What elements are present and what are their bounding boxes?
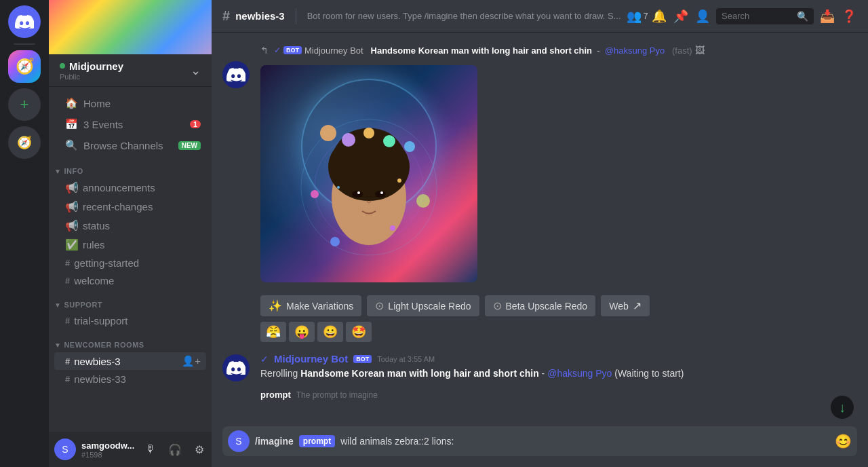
svg-point-17	[337, 186, 340, 189]
make-variations-button[interactable]: ✨ Make Variations	[260, 295, 361, 316]
user-info: samgoodw... #1598	[81, 441, 134, 459]
message-timestamp-2: Today at 3:55 AM	[377, 355, 435, 363]
web-external-icon: ↗	[633, 299, 642, 312]
prev-message-image-icon[interactable]: 🖼	[695, 45, 705, 56]
inbox-button[interactable]: 📥	[819, 8, 835, 24]
message-group-2: ✓ Midjourney Bot BOT Today at 3:55 AM Re…	[212, 350, 868, 384]
user-tag: #1598	[81, 451, 134, 459]
channel-welcome[interactable]: # welcome	[54, 272, 206, 289]
svg-point-11	[383, 135, 395, 147]
svg-point-18	[390, 225, 395, 231]
server-header[interactable]: Midjourney Public ⌄	[49, 54, 212, 87]
home-icon: 🏠	[65, 97, 78, 109]
server-status-dot	[60, 63, 65, 69]
light-upscale-redo-button[interactable]: ⊙ Light Upscale Redo	[367, 295, 479, 316]
midjourney-server-icon[interactable]: 🧭	[8, 50, 41, 83]
channel-rules[interactable]: ✅ rules	[54, 236, 206, 254]
variations-icon: ✨	[269, 299, 282, 312]
notification-bell-button[interactable]: 🔔	[651, 8, 667, 24]
category-support[interactable]: ▼ SUPPORT	[49, 290, 212, 312]
web-button[interactable]: Web ↗	[601, 295, 650, 316]
user-panel: S samgoodw... #1598 🎙 🎧 ⚙	[49, 432, 212, 467]
server-divider	[14, 43, 35, 45]
message-content-2: ✓ Midjourney Bot BOT Today at 3:55 AM Re…	[260, 353, 857, 381]
search-bar[interactable]: 🔍	[716, 8, 814, 24]
svg-point-15	[380, 191, 383, 194]
browse-channels-badge: NEW	[178, 141, 201, 150]
server-menu-icon[interactable]: ⌄	[191, 63, 201, 78]
prompt-helper: prompt The prompt to imagine	[212, 384, 868, 403]
category-newcomer-rooms[interactable]: ▼ NEWCOMER ROOMS	[49, 330, 212, 352]
mute-button[interactable]: 🎙	[140, 438, 161, 460]
welcome-icon: #	[65, 276, 70, 286]
ai-image-container	[260, 65, 477, 282]
category-arrow-info: ▼	[54, 168, 61, 175]
svg-point-4	[311, 190, 319, 198]
scroll-down-icon: ↓	[839, 400, 846, 415]
scroll-to-bottom-button[interactable]: ↓	[830, 395, 854, 419]
reaction-angry[interactable]: 😤	[260, 322, 286, 342]
sidebar-item-browse-channels[interactable]: 🔍 Browse Channels NEW	[54, 135, 206, 155]
recent-changes-icon: 📢	[65, 200, 79, 213]
verified-icon: ✓	[260, 354, 269, 365]
prompt-description: The prompt to imagine	[296, 390, 378, 400]
channel-getting-started[interactable]: # getting-started	[54, 255, 206, 272]
server-banner	[49, 0, 212, 54]
search-input[interactable]	[722, 11, 794, 21]
emoji-button[interactable]: 😊	[835, 433, 852, 449]
channel-newbies-3[interactable]: # newbies-3 👤+	[54, 352, 206, 370]
search-icon: 🔍	[797, 11, 808, 22]
category-arrow-newcomer: ▼	[54, 341, 61, 349]
bot-avatar-1	[222, 61, 250, 88]
channel-name-header: newbies-3	[235, 10, 285, 22]
slash-command-label: /imagine	[255, 436, 294, 447]
channel-announcements[interactable]: 📢 announcements	[54, 179, 206, 197]
messages-area[interactable]: ↰ ✓ BOT Midjourney Bot Handsome Korean m…	[212, 33, 868, 426]
prev-bot-badge: BOT	[283, 46, 302, 54]
channel-recent-changes[interactable]: 📢 recent-changes	[54, 198, 206, 216]
deafen-button[interactable]: 🎧	[164, 438, 186, 460]
svg-point-16	[397, 179, 401, 183]
messages-wrapper: ↰ ✓ BOT Midjourney Bot Handsome Korean m…	[212, 33, 868, 467]
light-upscale-icon: ⊙	[375, 299, 384, 312]
server-name: Midjourney	[60, 60, 123, 72]
input-area: S /imagine prompt 😊	[212, 426, 868, 467]
discord-home-button[interactable]	[8, 5, 41, 38]
add-member-icon[interactable]: 👤+	[182, 355, 201, 367]
member-list-button[interactable]: 👤	[694, 8, 711, 24]
svg-point-9	[342, 133, 355, 147]
sidebar-item-events[interactable]: 📅 3 Events 1	[54, 114, 206, 134]
bot-badge-2: BOT	[353, 355, 372, 363]
sidebar-item-home[interactable]: 🏠 Home	[54, 93, 206, 113]
members-count-button[interactable]: 👥 7	[629, 8, 646, 24]
prev-mention: @haksung Pyo	[605, 45, 665, 56]
pin-button[interactable]: 📌	[673, 8, 689, 24]
svg-point-3	[404, 141, 415, 152]
reaction-tongue[interactable]: 😛	[289, 322, 315, 342]
settings-button[interactable]: ⚙	[189, 438, 210, 460]
emoji-reactions: 😤 😛 😀 🤩	[260, 322, 857, 342]
rules-icon: ✅	[65, 238, 79, 251]
chat-input[interactable]	[340, 436, 829, 447]
category-info[interactable]: ▼ INFO	[49, 156, 212, 178]
browse-channels-icon: 🔍	[65, 139, 78, 151]
message-header-2: ✓ Midjourney Bot BOT Today at 3:55 AM	[260, 353, 857, 365]
trial-support-icon: #	[65, 316, 70, 326]
reaction-grin[interactable]: 😀	[317, 322, 343, 342]
ai-generated-image	[260, 65, 477, 282]
reaction-star-eyes[interactable]: 🤩	[346, 322, 372, 342]
bot-avatar-2	[222, 354, 250, 381]
explore-servers-button[interactable]: 🧭	[8, 126, 41, 159]
message-content-1: ✨ Make Variations ⊙ Light Upscale Redo ⊙…	[260, 60, 857, 342]
add-server-button[interactable]: +	[8, 88, 41, 121]
reply-icon: ↰	[260, 45, 269, 56]
members-icon: 👥	[627, 9, 642, 24]
pin-icon: 📌	[673, 9, 688, 24]
channel-trial-support[interactable]: # trial-support	[54, 312, 206, 329]
header-actions: 👥 7 🔔 📌 👤 🔍 📥 ❓	[629, 8, 857, 24]
channel-newbies-33[interactable]: # newbies-33	[54, 371, 206, 388]
beta-upscale-redo-button[interactable]: ⊙ Beta Upscale Redo	[485, 295, 596, 316]
help-button[interactable]: ❓	[841, 8, 857, 24]
channel-hash-icon: #	[222, 8, 230, 24]
channel-status[interactable]: 📢 status	[54, 217, 206, 235]
